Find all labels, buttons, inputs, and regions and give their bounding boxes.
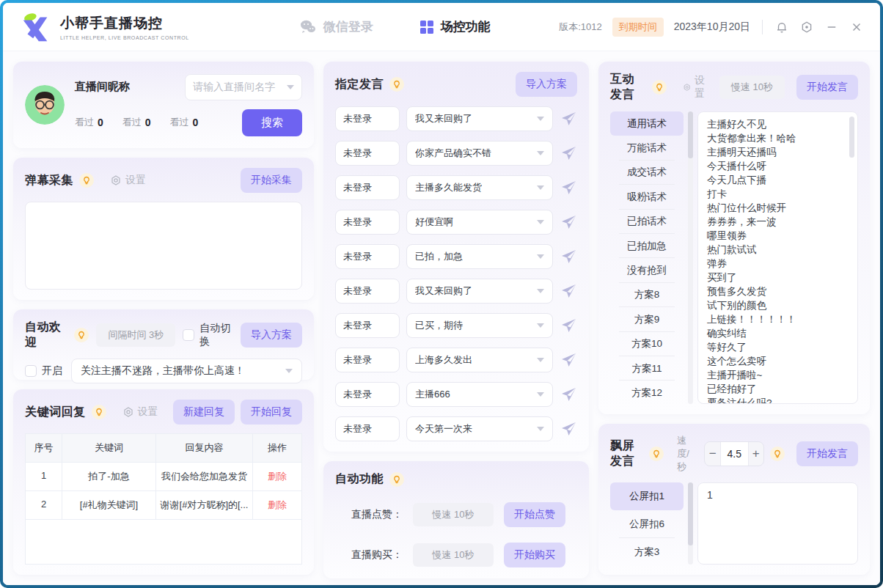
message-select[interactable]: 我又来回购了: [406, 279, 553, 304]
login-status-box[interactable]: 未登录: [335, 416, 400, 441]
welcome-message-select[interactable]: 关注主播不迷路，主播带你上高速！: [71, 359, 302, 383]
keyword-settings-button[interactable]: 设置: [122, 405, 158, 419]
speech-row: 未登录 主播666: [335, 382, 577, 407]
message-select[interactable]: 已买，期待: [406, 313, 553, 338]
tab-floating-plan[interactable]: 公屏扣6: [610, 510, 684, 538]
message-select[interactable]: 主播666: [406, 382, 553, 407]
message-select[interactable]: 主播多久能发货: [406, 175, 553, 200]
floating-tab-scrollbar[interactable]: [688, 482, 693, 565]
tab-floating-plan[interactable]: 方案3: [610, 538, 684, 565]
start-reply-button[interactable]: 开始回复: [241, 400, 302, 425]
start-floating-button[interactable]: 开始发言: [796, 441, 858, 466]
tab-script[interactable]: 通用话术: [610, 111, 684, 136]
send-icon[interactable]: [560, 179, 577, 196]
hint-bulb-icon[interactable]: [389, 77, 404, 92]
auto-welcome-title: 自动欢迎: [25, 320, 67, 350]
tab-script[interactable]: 已拍话术: [610, 210, 684, 234]
tab-script[interactable]: 没有抢到: [610, 258, 684, 282]
hint-bulb-icon[interactable]: [92, 405, 106, 419]
import-plan-button[interactable]: 导入方案: [241, 323, 302, 348]
speech-row: 未登录 我又来回购了: [335, 106, 577, 131]
start-buy-button[interactable]: 开始购买: [504, 543, 565, 567]
decrease-speed-button[interactable]: −: [705, 446, 719, 461]
minimize-button[interactable]: [824, 20, 839, 34]
message-select[interactable]: 你家产品确实不错: [406, 141, 553, 166]
login-status-box[interactable]: 未登录: [335, 348, 400, 372]
send-icon[interactable]: [560, 282, 577, 300]
tab-script[interactable]: 方案11: [610, 356, 684, 381]
login-status-box[interactable]: 未登录: [335, 279, 400, 304]
checkbox-icon: [25, 365, 37, 377]
send-icon[interactable]: [560, 351, 577, 369]
tab-script[interactable]: 方案8: [610, 283, 684, 307]
message-select[interactable]: 好便宜啊: [406, 210, 553, 235]
login-status-box[interactable]: 未登录: [335, 382, 400, 407]
text-scrollbar[interactable]: [849, 117, 854, 158]
gear-icon: [122, 406, 134, 418]
delete-link[interactable]: 删除: [253, 463, 301, 490]
login-status-box[interactable]: 未登录: [335, 141, 400, 166]
bell-icon[interactable]: [774, 20, 789, 34]
send-icon[interactable]: [560, 144, 577, 162]
interval-pill[interactable]: 间隔时间 3秒: [96, 323, 175, 347]
apps-grid-icon: [420, 21, 433, 34]
like-speed-pill[interactable]: 慢速 10秒: [413, 503, 494, 526]
tab-scrollbar[interactable]: [688, 111, 693, 404]
danmu-settings-button[interactable]: 设置: [110, 174, 146, 187]
script-text-area[interactable]: 主播好久不见 大货都拿出来！哈哈 主播明天还播吗 今天播什么呀 今天几点下播 打…: [697, 111, 858, 404]
tab-script[interactable]: 已拍加急: [610, 234, 684, 258]
interactive-settings-button[interactable]: 设置: [683, 74, 709, 100]
search-button[interactable]: 搜索: [242, 109, 302, 136]
room-name-select[interactable]: 请输入直播间名字: [185, 74, 302, 100]
close-button[interactable]: [849, 20, 864, 34]
tab-script[interactable]: 吸粉话术: [610, 185, 684, 209]
start-like-button[interactable]: 开始点赞: [504, 502, 565, 527]
hint-bulb-icon[interactable]: [652, 80, 667, 95]
tab-script[interactable]: 方案9: [610, 307, 684, 331]
increase-speed-button[interactable]: +: [749, 446, 763, 461]
delete-link[interactable]: 删除: [253, 491, 301, 519]
login-status-box[interactable]: 未登录: [335, 106, 400, 131]
floating-text-area[interactable]: 1: [697, 482, 858, 565]
hint-bulb-icon[interactable]: [389, 472, 404, 487]
settings-icon[interactable]: [799, 20, 814, 34]
hint-bulb-icon[interactable]: [770, 446, 785, 461]
send-icon[interactable]: [560, 420, 577, 438]
viewed-stat: 看过0: [122, 116, 151, 129]
tab-script[interactable]: 成交话术: [610, 161, 684, 185]
buy-speed-pill[interactable]: 慢速 10秒: [413, 543, 494, 567]
wechat-login-button[interactable]: 微信登录: [299, 18, 373, 36]
send-icon[interactable]: [560, 213, 577, 231]
tab-script[interactable]: 方案10: [610, 332, 684, 356]
message-select[interactable]: 已拍，加急: [406, 244, 553, 269]
send-icon[interactable]: [560, 110, 577, 128]
import-plan-button[interactable]: 导入方案: [516, 72, 577, 97]
send-icon[interactable]: [560, 386, 577, 403]
gear-icon: [110, 174, 122, 186]
message-select[interactable]: 今天第一次来: [406, 416, 553, 441]
chevron-down-icon: [537, 358, 544, 362]
tab-script[interactable]: 万能话术: [610, 136, 684, 160]
login-status-box[interactable]: 未登录: [335, 313, 400, 338]
send-icon[interactable]: [560, 317, 577, 334]
login-status-box[interactable]: 未登录: [335, 244, 400, 269]
auto-switch-checkbox[interactable]: 自动切换: [183, 322, 233, 348]
login-status-box[interactable]: 未登录: [335, 175, 400, 200]
new-reply-button[interactable]: 新建回复: [173, 400, 235, 425]
send-icon[interactable]: [560, 248, 577, 265]
tab-script[interactable]: 方案12: [610, 381, 684, 404]
enable-welcome-checkbox[interactable]: 开启: [25, 364, 62, 378]
hint-bulb-icon[interactable]: [649, 446, 664, 461]
speech-speed-pill[interactable]: 慢速 10秒: [719, 76, 785, 99]
danmu-output-area[interactable]: [25, 202, 302, 290]
speed-value[interactable]: 4.5: [720, 441, 749, 466]
tab-field-control[interactable]: 场控功能: [420, 18, 491, 35]
hint-bulb-icon[interactable]: [74, 328, 89, 342]
login-status-box[interactable]: 未登录: [335, 210, 400, 235]
message-select[interactable]: 我又来回购了: [406, 106, 553, 131]
tab-floating-plan[interactable]: 公屏扣1: [610, 482, 684, 510]
start-speech-button[interactable]: 开始发言: [796, 75, 858, 100]
start-collect-button[interactable]: 开始采集: [241, 168, 302, 193]
message-select[interactable]: 上海多久发出: [406, 348, 553, 372]
hint-bulb-icon[interactable]: [79, 173, 94, 188]
